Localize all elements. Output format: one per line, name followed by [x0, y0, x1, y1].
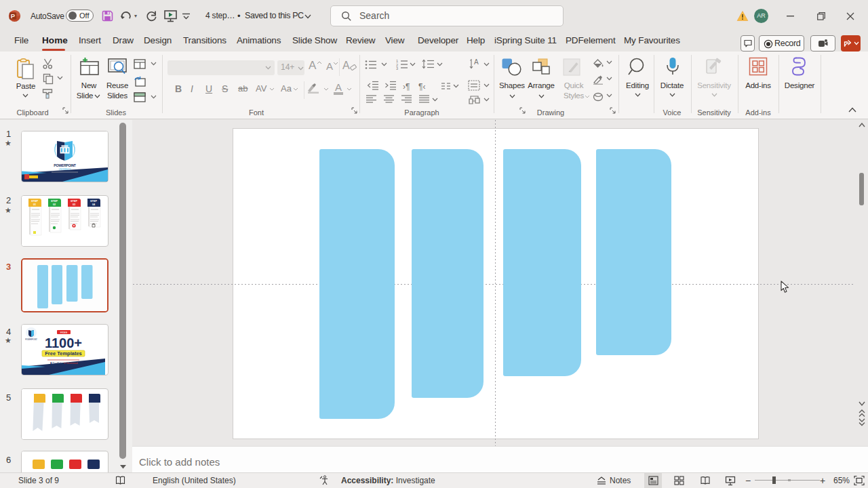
- svg-text:FREE: FREE: [60, 331, 68, 334]
- svg-text:⦾ Gumroad: ⦾ Gumroad: [64, 361, 78, 365]
- svg-text:Free Templates: Free Templates: [45, 350, 81, 357]
- svg-text:STEP: STEP: [51, 200, 58, 203]
- svg-text:A: A: [474, 58, 479, 66]
- svg-text:POWERPOINT: POWERPOINT: [54, 163, 77, 167]
- svg-text:3: 3: [396, 66, 398, 70]
- svg-text:1100+: 1100+: [45, 336, 82, 350]
- svg-text:STEP: STEP: [71, 200, 77, 203]
- svg-text:03: 03: [73, 203, 75, 206]
- svg-text:UNIVERSITY: UNIVERSITY: [58, 168, 71, 171]
- svg-text:STEP: STEP: [90, 200, 97, 203]
- svg-text:STEP: STEP: [31, 200, 38, 203]
- svg-text:P: P: [11, 12, 16, 20]
- svg-text:02: 02: [53, 203, 56, 206]
- svg-text:▮ PayPal: ▮ PayPal: [50, 361, 61, 365]
- svg-text:01: 01: [33, 203, 36, 206]
- svg-text:POWERPOINT: POWERPOINT: [25, 338, 37, 341]
